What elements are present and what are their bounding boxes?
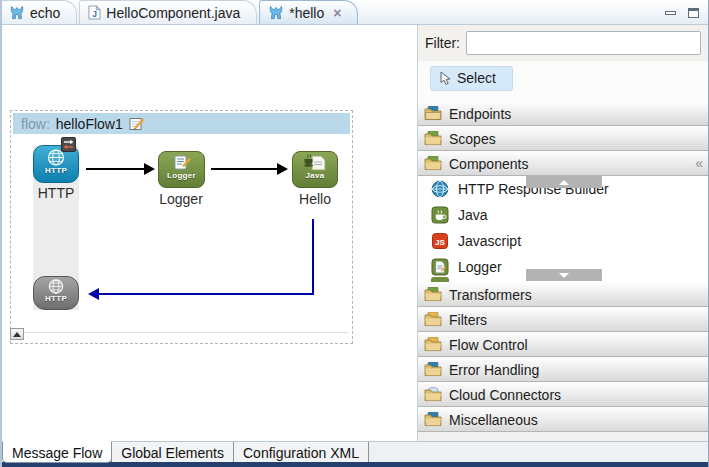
palette-section-label: Error Handling (449, 362, 539, 378)
java-icon (431, 206, 449, 224)
flow-connector-2 (211, 168, 277, 170)
filter-label: Filter: (425, 35, 460, 51)
palette-section-label: Flow Control (449, 337, 528, 353)
node-label-http: HTTP (23, 185, 89, 201)
palette-section-components[interactable]: Components « (418, 151, 709, 176)
palette-item-javascript[interactable]: JS Javascript (418, 228, 709, 254)
tab-label: echo (30, 5, 60, 21)
response-connector-horizontal (99, 293, 314, 295)
tab-label: Global Elements (121, 445, 224, 461)
minimize-icon[interactable] (665, 11, 676, 15)
palette-section-label: Components (449, 156, 528, 172)
scroll-down-button[interactable] (526, 269, 602, 281)
collapse-response-button[interactable] (10, 328, 24, 340)
cursor-icon (439, 71, 451, 86)
svg-text:JS: JS (435, 238, 445, 247)
mule-icon (268, 5, 284, 20)
palette-section-label: Miscellaneous (449, 412, 538, 428)
palette-item-label: Javascript (458, 233, 521, 249)
edit-flow-name-icon[interactable] (129, 116, 146, 131)
folder-icon (424, 362, 442, 377)
palette-item-java[interactable]: Java (418, 202, 709, 228)
editor-mode-tab-bar: Message Flow Global Elements Configurati… (0, 441, 709, 462)
java-file-icon: J (88, 5, 101, 20)
globe-icon (46, 279, 66, 294)
collapse-palette-icon[interactable]: « (695, 155, 703, 171)
tab-echo[interactable]: echo (0, 0, 77, 24)
maximize-icon[interactable] (688, 8, 699, 18)
node-label-logger: Logger (148, 191, 214, 207)
folder-icon (424, 412, 442, 427)
flow-connector-1 (86, 168, 144, 170)
tab-label: *hello (289, 5, 324, 21)
folder-icon (424, 131, 442, 146)
palette-section-transformers[interactable]: Transformers (418, 282, 709, 307)
palette-section-label: Scopes (449, 131, 496, 147)
java-component-node[interactable]: Java (292, 151, 338, 188)
tab-label: HelloComponent.java (106, 5, 240, 21)
flow-section-divider (24, 332, 348, 334)
http-response-node[interactable]: HTTP (33, 276, 79, 310)
cloud-folder-icon (424, 387, 442, 402)
logger-node[interactable]: Logger (158, 151, 205, 188)
window-left-border (0, 0, 2, 467)
java-doc-icon (303, 154, 327, 171)
folder-icon (424, 106, 442, 121)
mule-icon (9, 5, 25, 20)
tab-global-elements[interactable]: Global Elements (111, 442, 234, 463)
js-icon: JS (431, 232, 449, 250)
node-icon-text: HTTP (45, 294, 67, 303)
palette-section-cloud-connectors[interactable]: Cloud Connectors (418, 382, 709, 407)
palette-item-label: Logger (458, 259, 502, 275)
scroll-up-button[interactable] (526, 176, 602, 188)
close-icon[interactable]: × (333, 8, 341, 18)
palette-section-endpoints[interactable]: Endpoints (418, 101, 709, 126)
folder-icon (424, 156, 442, 171)
svg-text:J: J (93, 9, 98, 19)
filter-input[interactable] (466, 31, 701, 55)
editor-tab-bar: echo J HelloComponent.java *hello × (0, 0, 709, 25)
tab-hellocomponent-java[interactable]: J HelloComponent.java (79, 0, 257, 24)
select-tool-button[interactable]: Select (430, 66, 513, 91)
logger-doc-icon (172, 155, 192, 171)
palette-item-label: Java (458, 207, 488, 223)
select-label: Select (457, 70, 496, 86)
tab-label: Message Flow (12, 445, 102, 461)
view-controls (665, 8, 709, 24)
folder-icon (424, 312, 442, 327)
message-flow-canvas[interactable]: flow: helloFlow1 HTTP HTTP Logger Logger… (2, 25, 417, 441)
globe-icon (431, 180, 449, 198)
tab-label: Configuration XML (243, 445, 359, 461)
folder-icon (424, 337, 442, 352)
palette-components-list: HTTP Response Builder Java JS Javascript… (418, 176, 709, 282)
palette-section-filters[interactable]: Filters (418, 307, 709, 332)
node-label-hello: Hello (282, 191, 348, 207)
palette-section-scopes[interactable]: Scopes (418, 126, 709, 151)
palette-section-label: Cloud Connectors (449, 387, 561, 403)
node-icon-text: HTTP (45, 166, 67, 175)
palette-filter-row: Filter: (418, 25, 709, 61)
logger-icon (431, 258, 449, 276)
tab-hello[interactable]: *hello × (259, 0, 358, 24)
flow-title-prefix: flow: (21, 116, 50, 132)
flow-header[interactable]: flow: helloFlow1 (13, 113, 350, 134)
palette-section-error-handling[interactable]: Error Handling (418, 357, 709, 382)
two-way-exchange-icon[interactable] (61, 137, 76, 152)
palette-section-miscellaneous[interactable]: Miscellaneous (418, 407, 709, 432)
tab-configuration-xml[interactable]: Configuration XML (233, 442, 369, 463)
node-icon-text: Logger (167, 171, 196, 180)
palette-section-label: Filters (449, 312, 487, 328)
palette-section-flow-control[interactable]: Flow Control (418, 332, 709, 357)
tab-message-flow[interactable]: Message Flow (2, 441, 112, 463)
palette-panel: Filter: Select Endpoints Scopes Componen… (417, 25, 709, 441)
studio-editor-window: echo J HelloComponent.java *hello × flow… (0, 0, 709, 467)
palette-section-label: Transformers (449, 287, 532, 303)
palette-section-label: Endpoints (449, 106, 511, 122)
flow-name: helloFlow1 (56, 116, 123, 132)
folder-icon (424, 287, 442, 302)
node-icon-text: Java (306, 171, 325, 180)
response-connector-vertical (312, 219, 314, 294)
palette-select-row: Select (418, 61, 709, 101)
